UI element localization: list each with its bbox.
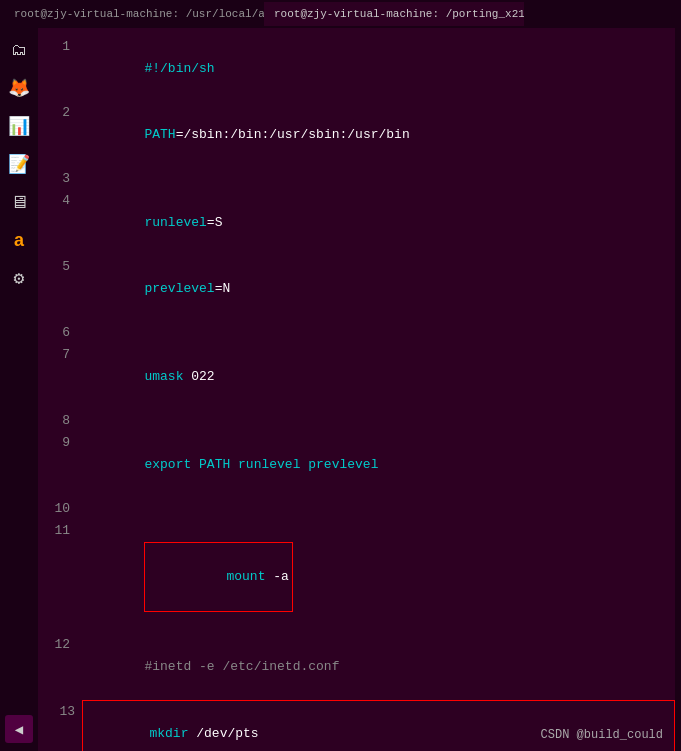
tab-1[interactable]: root@zjy-virtual-machine: /usr/local/arm… (4, 2, 264, 26)
tab-bar: root@zjy-virtual-machine: /usr/local/arm… (0, 0, 681, 28)
line-num-1: 1 (38, 36, 82, 58)
code-line-7: 7 umask 022 (38, 344, 675, 410)
code-line-10: 10 (38, 498, 675, 520)
settings-icon[interactable]: ⚙ (5, 264, 33, 292)
line-num-7: 7 (38, 344, 82, 366)
line-content-1: #!/bin/sh (82, 36, 671, 102)
line-content-2: PATH=/sbin:/bin:/usr/sbin:/usr/bin (82, 102, 671, 168)
amazon-icon[interactable]: a (5, 226, 33, 254)
line-num-6: 6 (38, 322, 82, 344)
line-content-3 (82, 168, 671, 190)
code-content[interactable]: 1 #!/bin/sh 2 PATH=/sbin:/bin:/usr/sbin:… (38, 28, 675, 751)
code-line-8: 8 (38, 410, 675, 432)
code-line-12: 12 #inetd -e /etc/inetd.conf (38, 634, 675, 700)
line-num-11: 11 (38, 520, 82, 542)
line-content-4: runlevel=S (82, 190, 671, 256)
line-num-13: 13 (43, 701, 87, 723)
code-line-11: 11 mount -a (38, 520, 675, 634)
code-line-3: 3 (38, 168, 675, 190)
line-content-9: export PATH runlevel prevlevel (82, 432, 671, 498)
spreadsheet-icon[interactable]: 📊 (5, 112, 33, 140)
line-num-3: 3 (38, 168, 82, 190)
code-line-5: 5 prevlevel=N (38, 256, 675, 322)
line-content-11: mount -a (82, 520, 671, 634)
tab-1-label: root@zjy-virtual-machine: /usr/local/arm… (14, 8, 264, 20)
attribution: CSDN @build_could (541, 725, 663, 743)
terminal-icon[interactable]: 🖥 (5, 188, 33, 216)
line-content-7: umask 022 (82, 344, 671, 410)
main-area: 🗂 🦊 📊 📝 🖥 a ⚙ ◀ 1 #!/bin/sh 2 PATH=/sbin… (0, 28, 681, 751)
firefox-icon[interactable]: 🦊 (5, 74, 33, 102)
line-content-6 (82, 322, 671, 344)
line-num-8: 8 (38, 410, 82, 432)
line-content-10 (82, 498, 671, 520)
line-content-12: #inetd -e /etc/inetd.conf (82, 634, 671, 700)
tab-2-label: root@zjy-virtual-machine: /porting_x21 (274, 8, 524, 20)
line-num-4: 4 (38, 190, 82, 212)
code-line-4: 4 runlevel=S (38, 190, 675, 256)
line-num-2: 2 (38, 102, 82, 124)
code-line-2: 2 PATH=/sbin:/bin:/usr/sbin:/usr/bin (38, 102, 675, 168)
tab-2[interactable]: root@zjy-virtual-machine: /porting_x21 (264, 2, 524, 26)
line-num-12: 12 (38, 634, 82, 656)
line-num-9: 9 (38, 432, 82, 454)
code-line-9: 9 export PATH runlevel prevlevel (38, 432, 675, 498)
attribution-text: CSDN @build_could (541, 728, 663, 742)
files-icon[interactable]: 🗂 (5, 36, 33, 64)
code-line-1: 1 #!/bin/sh (38, 36, 675, 102)
sidebar: 🗂 🦊 📊 📝 🖥 a ⚙ ◀ (0, 28, 38, 751)
scrollbar[interactable] (675, 28, 681, 751)
line-content-5: prevlevel=N (82, 256, 671, 322)
line-num-10: 10 (38, 498, 82, 520)
code-line-6: 6 (38, 322, 675, 344)
document-icon[interactable]: 📝 (5, 150, 33, 178)
collapse-icon[interactable]: ◀ (5, 715, 33, 743)
line-num-5: 5 (38, 256, 82, 278)
line-content-8 (82, 410, 671, 432)
